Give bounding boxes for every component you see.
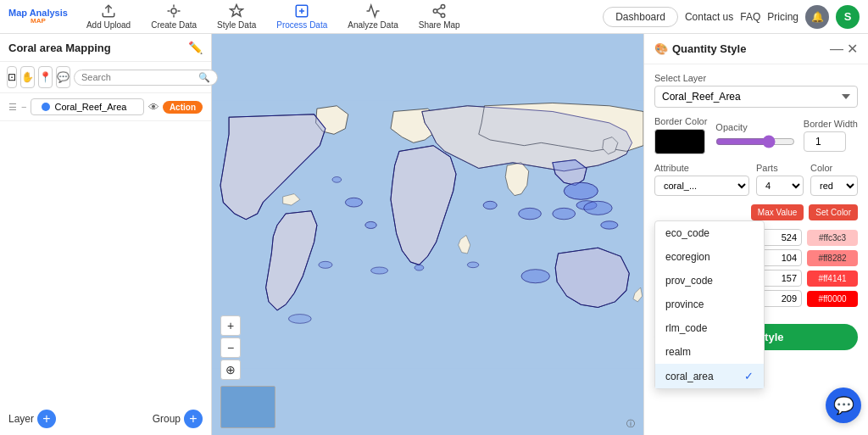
dropdown-item-prov-code[interactable]: prov_code (655, 269, 764, 293)
border-color-col: Border Color (654, 116, 707, 154)
color-select[interactable]: red (810, 176, 858, 196)
search-input[interactable] (81, 72, 198, 82)
svg-point-18 (601, 221, 618, 229)
style-icon (229, 3, 244, 19)
create-icon (166, 3, 181, 19)
layer-label: Layer (8, 413, 34, 425)
toolbar-pan-btn[interactable]: ✋ (20, 66, 35, 88)
palette-icon: 🎨 (654, 42, 668, 55)
dropdown-item-coral-area[interactable]: coral_area ✓ (655, 364, 764, 388)
border-color-label: Border Color (654, 116, 707, 126)
color-swatch[interactable] (654, 129, 705, 154)
parts-label: Parts (756, 163, 804, 173)
dropdown-item-rlm-code[interactable]: rlm_code (655, 316, 764, 340)
map-controls: + − ⊕ (220, 315, 241, 380)
nav-item-add-upload[interactable]: Add Upload (76, 0, 141, 34)
svg-point-8 (433, 9, 437, 14)
upload-icon (101, 3, 116, 19)
panel-minimize-btn[interactable]: — (830, 41, 843, 57)
opacity-slider[interactable] (715, 135, 794, 148)
svg-point-25 (584, 201, 612, 215)
panel-title-bar: 🎨 Quantity Style — ✕ (644, 34, 868, 64)
panel-close-btn[interactable]: ✕ (847, 41, 858, 57)
pricing-link[interactable]: Pricing (767, 11, 798, 23)
share-icon (431, 3, 447, 19)
faq-link[interactable]: FAQ (740, 11, 760, 23)
map-area[interactable]: + − ⊕ ⓘ (212, 34, 643, 435)
locate-btn[interactable]: ⊕ (220, 360, 241, 380)
border-width-col: Border Width (804, 119, 858, 152)
parts-select[interactable]: 4 (756, 176, 804, 196)
action-btn[interactable]: Action (163, 101, 203, 114)
parts-col: Parts 4 (756, 163, 804, 196)
nav-item-share-map[interactable]: Share Map (409, 0, 470, 34)
dashboard-btn[interactable]: Dashboard (603, 7, 678, 27)
dropdown-label-realm: realm (665, 346, 691, 358)
color-col: Color red (810, 163, 858, 196)
dropdown-item-eco-code[interactable]: eco_code (655, 221, 764, 245)
main-area: Coral area Mapping ✏️ ⊡ ✋ 📍 💬 🔍 ☰ − Cora… (0, 34, 868, 435)
svg-point-20 (467, 262, 478, 268)
zoom-in-btn[interactable]: + (220, 315, 241, 336)
toolbar-comment-btn[interactable]: 💬 (56, 66, 70, 88)
svg-point-14 (365, 221, 376, 228)
color-chip-0[interactable]: #ffc3c3 (807, 230, 858, 246)
color-chip-2[interactable]: #ff4141 (807, 270, 858, 287)
layer-eye-icon[interactable]: 👁 (148, 101, 159, 114)
color-label: Color (810, 163, 858, 173)
group-add-circle[interactable]: + (184, 410, 203, 428)
select-layer-label: Select Layer (654, 73, 858, 83)
search-box: 🔍 (74, 70, 218, 86)
layer-footer: Layer + Group + (0, 403, 211, 435)
color-chip-1[interactable]: #ff8282 (807, 250, 858, 266)
svg-point-13 (345, 198, 362, 207)
action-row: Max Value Set Color (654, 204, 858, 220)
search-icon: 🔍 (198, 72, 210, 83)
svg-point-28 (371, 267, 388, 274)
chat-bubble[interactable]: 💬 (826, 388, 861, 423)
svg-point-1 (171, 8, 176, 14)
dropdown-item-realm[interactable]: realm (655, 340, 764, 364)
layer-drag-handle[interactable]: ☰ (8, 102, 17, 113)
nav-item-process-data[interactable]: Process Data (266, 0, 337, 34)
toolbar-pin-btn[interactable]: 📍 (38, 66, 53, 88)
color-chip-3[interactable]: #ff0000 (807, 291, 858, 307)
opacity-label: Opacity (715, 122, 794, 132)
contact-link[interactable]: Contact us (685, 11, 733, 23)
layer-name-box: Coral_Reef_Area (31, 98, 143, 115)
opacity-col: Opacity (715, 122, 794, 148)
layer-add-circle[interactable]: + (37, 410, 56, 428)
max-value-btn[interactable]: Max Value (751, 204, 804, 220)
nav-right: Dashboard Contact us FAQ Pricing 🔔 S (603, 5, 860, 29)
border-width-input[interactable] (804, 131, 846, 152)
dropdown-item-ecoregion[interactable]: ecoregion (655, 245, 764, 269)
panel-title-text: 🎨 Quantity Style (654, 42, 746, 55)
info-icon: ⓘ (626, 418, 635, 430)
layer-icons: 👁 Action (148, 101, 203, 114)
attribute-select[interactable]: coral_... (654, 176, 749, 196)
nav-item-style-data[interactable]: Style Data (207, 0, 266, 34)
dropdown-item-province[interactable]: province (655, 293, 764, 316)
layer-add-btn[interactable]: Layer + (8, 410, 56, 428)
panel-edit-icon[interactable]: ✏️ (188, 41, 203, 54)
topnav: Map Analysis MAP Add Upload Create Data … (0, 0, 868, 34)
svg-point-24 (564, 182, 598, 199)
svg-line-11 (437, 8, 442, 10)
dropdown-label-prov-code: prov_code (665, 275, 713, 287)
group-add-btn[interactable]: Group + (153, 410, 203, 428)
attr-row: Attribute coral_... Parts 4 Color red (654, 163, 858, 196)
layer-item: ☰ − Coral_Reef_Area 👁 Action (0, 93, 211, 121)
svg-point-19 (319, 261, 332, 268)
zoom-out-btn[interactable]: − (220, 337, 241, 358)
user-avatar[interactable]: S (836, 5, 860, 29)
nav-item-analyze-data[interactable]: Analyze Data (337, 0, 408, 34)
nav-label-analyze-data: Analyze Data (348, 20, 398, 30)
layer-minus-icon[interactable]: − (21, 102, 26, 112)
notification-bell[interactable]: 🔔 (805, 5, 829, 29)
svg-point-9 (441, 14, 445, 18)
set-color-btn[interactable]: Set Color (809, 204, 858, 220)
nav-item-create-data[interactable]: Create Data (141, 0, 207, 34)
select-layer-field: Select Layer Coral_Reef_Area (654, 73, 858, 108)
toolbar-extent-btn[interactable]: ⊡ (7, 66, 17, 88)
layer-select[interactable]: Coral_Reef_Area (654, 86, 858, 108)
